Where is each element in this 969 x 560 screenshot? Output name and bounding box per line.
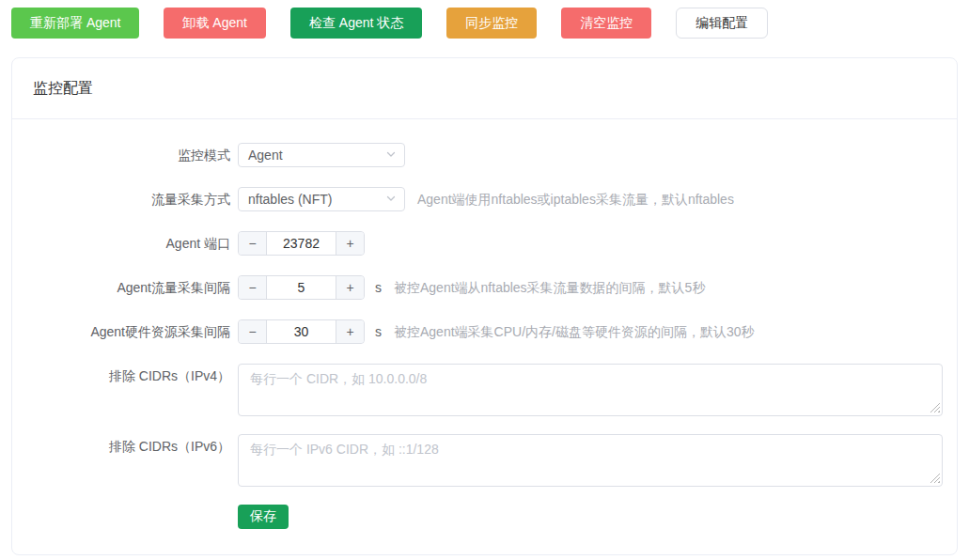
agent-port-input[interactable]	[266, 232, 336, 255]
minus-icon[interactable]: −	[239, 320, 266, 343]
plus-icon[interactable]: +	[336, 232, 364, 255]
traffic-interval-unit: s	[375, 275, 382, 300]
form-row-monitor-mode: 监控模式 Agent	[12, 143, 930, 167]
save-button[interactable]: 保存	[238, 505, 289, 529]
chevron-down-icon	[385, 192, 397, 207]
minus-icon[interactable]: −	[239, 276, 266, 299]
hardware-interval-label: Agent硬件资源采集间隔	[12, 319, 230, 344]
hardware-interval-input[interactable]	[266, 320, 336, 343]
hardware-interval-hint: 被控Agent端采集CPU/内存/磁盘等硬件资源的间隔，默认30秒	[394, 319, 755, 344]
form-row-agent-port: Agent 端口 − +	[12, 231, 930, 256]
card-header: 监控配置	[12, 58, 957, 119]
chevron-down-icon	[385, 148, 397, 163]
monitor-config-card: 监控配置 监控模式 Agent 流量采集方式 nftables (NFT)	[11, 57, 958, 555]
agent-port-label: Agent 端口	[12, 231, 230, 256]
hardware-interval-unit: s	[375, 319, 382, 344]
form-row-traffic-interval: Agent流量采集间隔 − + s 被控Agent端从nftables采集流量数…	[12, 275, 930, 300]
exclude-cidrs-ipv4-textarea[interactable]	[238, 364, 943, 416]
monitor-mode-label: 监控模式	[12, 143, 230, 167]
traffic-method-label: 流量采集方式	[12, 187, 230, 211]
form-row-exclude-cidrs-ipv4: 排除 CIDRs（IPv4）	[12, 364, 930, 416]
monitor-mode-selected-value: Agent	[248, 148, 283, 163]
card-title: 监控配置	[33, 79, 93, 99]
hardware-interval-stepper: − +	[238, 319, 365, 344]
form-row-hardware-interval: Agent硬件资源采集间隔 − + s 被控Agent端采集CPU/内存/磁盘等…	[12, 319, 930, 344]
plus-icon[interactable]: +	[336, 276, 364, 299]
traffic-method-select[interactable]: nftables (NFT)	[238, 187, 405, 211]
traffic-interval-stepper: − +	[238, 275, 365, 300]
save-row: 保存	[12, 505, 930, 529]
redeploy-agent-button[interactable]: 重新部署 Agent	[11, 8, 139, 39]
agent-port-stepper: − +	[238, 231, 365, 256]
monitor-config-form: 监控模式 Agent 流量采集方式 nftables (NFT) Agent端使…	[12, 119, 957, 554]
edit-config-button[interactable]: 编辑配置	[676, 8, 768, 39]
plus-icon[interactable]: +	[336, 320, 364, 343]
check-agent-status-button[interactable]: 检查 Agent 状态	[290, 8, 422, 39]
clear-monitor-button[interactable]: 清空监控	[561, 8, 651, 39]
traffic-interval-input[interactable]	[266, 276, 336, 299]
exclude-cidrs-ipv6-textarea[interactable]	[238, 434, 943, 487]
sync-monitor-button[interactable]: 同步监控	[446, 8, 537, 39]
traffic-method-hint: Agent端使用nftables或iptables采集流量，默认nftables	[417, 187, 734, 211]
monitor-mode-select[interactable]: Agent	[238, 143, 405, 167]
form-row-traffic-method: 流量采集方式 nftables (NFT) Agent端使用nftables或i…	[12, 187, 930, 211]
uninstall-agent-button[interactable]: 卸载 Agent	[164, 8, 265, 39]
exclude-cidrs-ipv6-label: 排除 CIDRs（IPv6）	[12, 434, 230, 459]
traffic-method-selected-value: nftables (NFT)	[248, 192, 332, 207]
exclude-cidrs-ipv4-label: 排除 CIDRs（IPv4）	[12, 364, 230, 388]
traffic-interval-hint: 被控Agent端从nftables采集流量数据的间隔，默认5秒	[394, 275, 705, 300]
form-row-exclude-cidrs-ipv6: 排除 CIDRs（IPv6）	[12, 434, 930, 487]
toolbar: 重新部署 Agent 卸载 Agent 检查 Agent 状态 同步监控 清空监…	[0, 0, 969, 46]
traffic-interval-label: Agent流量采集间隔	[12, 275, 230, 300]
minus-icon[interactable]: −	[239, 232, 266, 255]
